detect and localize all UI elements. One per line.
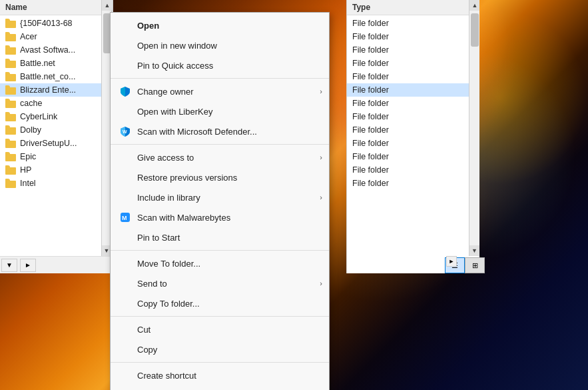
folder-icon (5, 85, 16, 95)
horizontal-scroll-right[interactable]: ► (446, 256, 457, 267)
copy-icon (119, 343, 132, 356)
name-column-header: Name (5, 3, 27, 12)
type-item: File folder (347, 43, 479, 57)
menu-item-copy[interactable]: Copy (111, 339, 329, 359)
menu-item-move-to-folder[interactable]: Move To folder... (111, 253, 329, 273)
scroll-down-btn[interactable]: ▼ (1, 259, 17, 272)
menu-item-scan-malwarebytes[interactable]: MScan with Malwarebytes (111, 207, 329, 227)
folder-item[interactable]: HP (0, 163, 113, 177)
menu-item-cut[interactable]: Cut (111, 319, 329, 339)
folder-item[interactable]: Epic (0, 150, 113, 163)
scroll-right-btn[interactable]: ► (20, 259, 36, 272)
folder-item[interactable]: CyberLink (0, 110, 113, 123)
folder-name: Avast Softwa... (20, 45, 75, 55)
menu-item-copy-to-folder[interactable]: Copy To folder... (111, 293, 329, 313)
folder-list: {150F4013-68AcerAvast Softwa...Battle.ne… (0, 15, 113, 191)
svg-text:W: W (123, 129, 127, 134)
submenu-arrow: › (320, 153, 322, 161)
menu-item-include-library[interactable]: Include in library› (111, 187, 329, 207)
menu-separator (111, 144, 329, 145)
menu-item-label: Copy (137, 345, 157, 355)
menu-item-change-owner[interactable]: Change owner› (111, 81, 329, 101)
type-item: File folder (347, 17, 479, 30)
change-owner-icon (119, 85, 132, 98)
type-column-header: Type (347, 0, 479, 15)
menu-item-open-liberkey[interactable]: Open with LiberKey (111, 101, 329, 121)
type-list: File folderFile folderFile folderFile fo… (347, 15, 479, 191)
include-library-icon (119, 191, 132, 204)
scroll-up-arrow[interactable]: ▲ (102, 0, 113, 11)
open-icon (119, 19, 132, 32)
menu-item-label: Scan with Microsoft Defender... (137, 127, 257, 137)
type-item: File folder (347, 110, 479, 123)
send-to-icon (119, 277, 132, 290)
large-icons-view[interactable]: ⊞ (465, 257, 485, 273)
restore-versions-icon (119, 171, 132, 184)
menu-item-scan-defender[interactable]: WScan with Microsoft Defender... (111, 121, 329, 141)
folder-icon (5, 99, 16, 108)
menu-item-label: Give access to (137, 153, 194, 163)
folder-name: CyberLink (20, 112, 57, 121)
menu-item-label: Open in new window (137, 41, 217, 51)
type-item: File folder (347, 177, 479, 190)
menu-item-pin-quick-access[interactable]: Pin to Quick access (111, 55, 329, 75)
folder-icon (5, 112, 16, 121)
context-menu: OpenOpen in new windowPin to Quick acces… (110, 12, 330, 390)
menu-item-label: Pin to Quick access (137, 61, 213, 71)
menu-item-label: Create shortcut (137, 371, 196, 381)
menu-item-label: Scan with Malwarebytes (137, 213, 230, 223)
scan-defender-icon: W (119, 125, 132, 138)
folder-item[interactable]: Battle.net (0, 57, 113, 70)
folder-icon (5, 179, 16, 188)
folder-item[interactable]: Acer (0, 30, 113, 43)
folder-name: Acer (20, 32, 37, 41)
folder-icon (5, 152, 16, 161)
menu-item-label: Cut (137, 325, 150, 335)
menu-separator (111, 78, 329, 79)
folder-icon (5, 139, 16, 148)
folder-item[interactable]: cache (0, 97, 113, 110)
menu-item-send-to[interactable]: Send to› (111, 273, 329, 293)
folder-icon (5, 72, 16, 81)
menu-item-label: Open (137, 21, 159, 31)
folder-name: Epic (20, 152, 36, 161)
menu-item-create-shortcut[interactable]: Create shortcut (111, 365, 329, 385)
type-scrollbar-thumb[interactable] (471, 13, 479, 47)
folder-item[interactable]: DriverSetupU... (0, 137, 113, 150)
menu-item-give-access[interactable]: Give access to› (111, 147, 329, 167)
menu-item-open[interactable]: Open (111, 15, 329, 35)
folder-name: cache (20, 99, 42, 108)
folder-item[interactable]: {150F4013-68 (0, 17, 113, 30)
menu-item-pin-start[interactable]: Pin to Start (111, 227, 329, 247)
submenu-arrow: › (320, 193, 322, 201)
type-scrollbar[interactable]: ▲ ▼ (469, 0, 479, 256)
type-item: File folder (347, 83, 479, 97)
folder-item[interactable]: Dolby (0, 123, 113, 137)
type-scroll-up[interactable]: ▲ (469, 0, 479, 11)
folder-item[interactable]: Intel (0, 177, 113, 190)
type-item: File folder (347, 70, 479, 83)
scan-malwarebytes-icon: M (119, 211, 132, 224)
folder-name: Battle.net_co... (20, 72, 75, 81)
menu-item-restore-versions[interactable]: Restore previous versions (111, 167, 329, 187)
folder-icon (5, 45, 16, 55)
menu-item-label: Restore previous versions (137, 173, 237, 183)
menu-item-label: Move To folder... (137, 259, 200, 269)
menu-item-delete[interactable]: Delete (111, 385, 329, 390)
explorer-name-pane: Name {150F4013-68AcerAvast Softwa...Batt… (0, 0, 113, 273)
open-new-window-icon (119, 39, 132, 52)
menu-separator (111, 250, 329, 251)
submenu-arrow: › (320, 279, 322, 287)
folder-icon (5, 19, 16, 28)
folder-item[interactable]: Blizzard Ente... (0, 83, 113, 97)
type-scroll-down[interactable]: ▼ (469, 245, 479, 256)
menu-separator (111, 316, 329, 317)
type-item: File folder (347, 150, 479, 163)
move-to-folder-icon (119, 257, 132, 270)
menu-item-open-new-window[interactable]: Open in new window (111, 35, 329, 55)
folder-item[interactable]: Avast Softwa... (0, 43, 113, 57)
menu-item-label: Include in library (137, 193, 200, 203)
pin-start-icon (119, 231, 132, 244)
folder-item[interactable]: Battle.net_co... (0, 70, 113, 83)
menu-separator (111, 362, 329, 363)
